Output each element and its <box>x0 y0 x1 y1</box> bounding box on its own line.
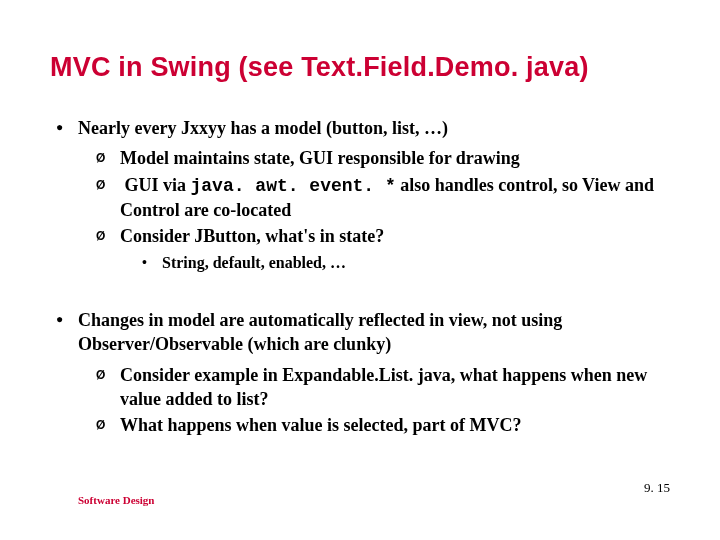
bullet-l2: Consider example in Expandable.List. jav… <box>120 363 680 412</box>
slide-body: Nearly every Jxxyy has a model (button, … <box>78 116 680 440</box>
code-fragment: java. awt. event. * <box>191 176 396 196</box>
footer-left: Software Design <box>78 494 154 506</box>
bullet-l2: Model maintains state, GUI responsible f… <box>120 146 680 170</box>
bullet-l2: Consider JButton, what's in state? <box>120 224 680 248</box>
bullet-l2: GUI via java. awt. event. * also handles… <box>120 173 680 223</box>
bullet-l3: String, default, enabled, … <box>162 252 680 274</box>
bullet-l2: What happens when value is selected, par… <box>120 413 680 437</box>
bullet-l1: Changes in model are automatically refle… <box>78 308 680 357</box>
slide: MVC in Swing (see Text.Field.Demo. java)… <box>0 0 720 540</box>
bullet-l1: Nearly every Jxxyy has a model (button, … <box>78 116 680 140</box>
footer-right: 9. 15 <box>644 480 670 496</box>
slide-title: MVC in Swing (see Text.Field.Demo. java) <box>50 52 690 83</box>
text-fragment: GUI via <box>125 175 191 195</box>
